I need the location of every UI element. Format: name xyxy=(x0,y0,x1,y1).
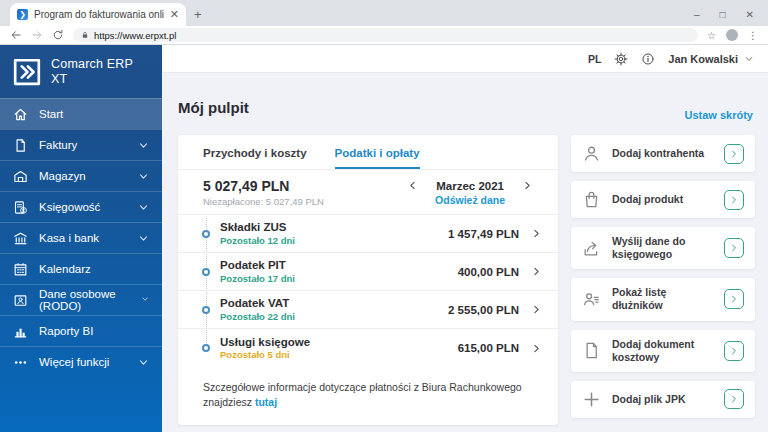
browser-avatar[interactable] xyxy=(726,29,738,41)
info-icon[interactable] xyxy=(641,52,655,66)
next-month-icon[interactable] xyxy=(522,180,533,191)
app-logo[interactable]: Comarch ERP XT xyxy=(0,45,162,98)
chevron-down-icon xyxy=(138,357,149,368)
action-go-button[interactable] xyxy=(724,190,744,210)
timeline-dot-icon xyxy=(202,230,210,238)
browser-tab[interactable]: ❯ Program do fakturowania online ✕ xyxy=(10,3,186,26)
payment-due: Pozostało 5 dni xyxy=(220,349,310,361)
sidebar-item-ksiegowosc[interactable]: Księgowość xyxy=(0,191,162,222)
payment-row-podatek-pit[interactable]: Podatek PITPozostało 17 dni400,00 PLN xyxy=(178,253,558,291)
details-link[interactable]: tutaj xyxy=(255,396,277,408)
payment-row-skladki-zus[interactable]: Składki ZUSPozostało 12 dni1 457,49 PLN xyxy=(178,215,558,253)
window-controls: – □ ✕ xyxy=(694,9,768,26)
accounting-icon xyxy=(13,200,28,215)
browser-menu-icon[interactable]: ⋮ xyxy=(748,30,758,41)
payment-due: Pozostało 17 dni xyxy=(220,273,295,285)
reload-icon[interactable] xyxy=(52,29,64,41)
new-tab-button[interactable]: + xyxy=(194,7,202,22)
gear-icon[interactable] xyxy=(614,52,628,66)
chevron-down-icon xyxy=(744,54,754,64)
minimize-button[interactable]: – xyxy=(694,9,700,20)
payment-row-uslugi-ksiegowe[interactable]: Usługi księgowePozostało 5 dni615,00 PLN xyxy=(178,329,558,367)
timeline-dot-icon xyxy=(202,344,210,352)
chevron-down-icon xyxy=(138,233,149,244)
language-selector[interactable]: PL xyxy=(588,53,601,65)
chevron-right-icon xyxy=(531,304,542,315)
payment-row-podatek-vat[interactable]: Podatek VATPozostało 22 dni2 555,00 PLN xyxy=(178,291,558,329)
payment-title: Podatek VAT xyxy=(220,296,295,310)
sidebar-item-label: Faktury xyxy=(39,139,77,151)
sidebar-item-label: Magazyn xyxy=(39,170,86,182)
timeline-dot-icon xyxy=(202,306,210,314)
sidebar-item-start[interactable]: Start xyxy=(0,98,162,129)
sidebar-item-wiecej-funkcji[interactable]: Więcej funkcji xyxy=(0,346,162,377)
sidebar-item-label: Start xyxy=(39,108,63,120)
action-wyslij-dane-do-ksiegowego[interactable]: Wyślij dane do księgowego xyxy=(571,227,755,269)
sidebar-item-raporty-bi[interactable]: Raporty BI xyxy=(0,315,162,346)
action-label: Wyślij dane do księgowego xyxy=(612,235,713,261)
sidebar-item-kalendarz[interactable]: Kalendarz xyxy=(0,253,162,284)
action-label: Dodaj produkt xyxy=(612,193,713,206)
sidebar-item-label: Kalendarz xyxy=(39,263,91,275)
dashboard-content: Mój pulpit Ustaw skróty Przychody i kosz… xyxy=(162,73,768,432)
person-card-icon xyxy=(13,293,28,308)
sidebar-item-dane-osobowe-rodo[interactable]: Dane osobowe (RODO) xyxy=(0,284,162,315)
action-dodaj-produkt[interactable]: Dodaj produkt xyxy=(571,181,755,218)
sidebar-item-faktury[interactable]: Faktury xyxy=(0,129,162,160)
action-label: Dodaj dokument kosztowy xyxy=(612,338,713,364)
sidebar-menu: StartFakturyMagazynKsięgowośćKasa i bank… xyxy=(0,98,162,377)
total-amount: 5 027,49 PLN xyxy=(203,178,324,194)
browser-tab-strip: ❯ Program do fakturowania online ✕ + – □… xyxy=(0,0,768,26)
back-icon[interactable] xyxy=(10,29,22,41)
app-frame: Comarch ERP XT StartFakturyMagazynKsięgo… xyxy=(0,45,768,432)
quick-actions-panel: Dodaj kontrahentaDodaj produktWyślij dan… xyxy=(571,135,755,425)
close-button[interactable]: ✕ xyxy=(746,9,754,20)
payment-due: Pozostało 22 dni xyxy=(220,311,295,323)
maximize-button[interactable]: □ xyxy=(720,9,726,20)
sidebar: Comarch ERP XT StartFakturyMagazynKsięgo… xyxy=(0,45,162,432)
sidebar-item-label: Dane osobowe (RODO) xyxy=(39,288,130,312)
action-dodaj-dokument-kosztowy[interactable]: Dodaj dokument kosztowy xyxy=(571,330,755,372)
app-logo-text: Comarch ERP XT xyxy=(51,57,133,87)
tab-close-icon[interactable]: ✕ xyxy=(170,8,179,21)
payments-list: Składki ZUSPozostało 12 dni1 457,49 PLNP… xyxy=(178,215,558,367)
action-pokaz-liste-dluznikow[interactable]: Pokaż listę dłużników xyxy=(571,278,755,320)
payment-amount: 2 555,00 PLN xyxy=(448,304,519,316)
address-bar[interactable]: https://www.erpxt.pl xyxy=(73,28,698,42)
action-go-button[interactable] xyxy=(724,144,744,164)
previous-month-icon[interactable] xyxy=(407,180,418,191)
bank-icon xyxy=(13,231,28,246)
home-icon xyxy=(13,107,28,122)
bar-chart-icon xyxy=(13,324,28,339)
forward-icon[interactable] xyxy=(31,29,43,41)
comarch-logo-icon xyxy=(13,58,41,86)
debtors-icon xyxy=(582,290,601,309)
action-dodaj-kontrahenta[interactable]: Dodaj kontrahenta xyxy=(571,135,755,172)
action-go-button[interactable] xyxy=(724,238,744,258)
action-dodaj-plik-jpk[interactable]: Dodaj plik JPK xyxy=(571,381,755,418)
summary-row: 5 027,49 PLN Niezapłacone: 5 027,49 PLN … xyxy=(178,170,558,215)
payment-amount: 615,00 PLN xyxy=(458,342,519,354)
set-shortcuts-link[interactable]: Ustaw skróty xyxy=(685,109,753,122)
action-go-button[interactable] xyxy=(724,341,744,361)
document-icon xyxy=(582,341,601,360)
action-label: Dodaj plik JPK xyxy=(612,393,713,406)
dashboard-tabs: Przychody i kosztyPodatki i opłaty xyxy=(178,135,558,170)
bookmark-star-icon[interactable]: ☆ xyxy=(707,30,716,41)
action-label: Dodaj kontrahenta xyxy=(612,147,713,160)
browser-chrome: ❯ Program do fakturowania online ✕ + – □… xyxy=(0,0,768,45)
tab-podatki-i-oplaty[interactable]: Podatki i opłaty xyxy=(335,135,420,169)
sidebar-item-magazyn[interactable]: Magazyn xyxy=(0,160,162,191)
calendar-icon xyxy=(13,262,28,277)
refresh-data-link[interactable]: Odśwież dane xyxy=(407,194,533,206)
tab-title: Program do fakturowania online xyxy=(34,9,164,20)
chevron-down-icon xyxy=(138,171,149,182)
sidebar-item-kasa-i-bank[interactable]: Kasa i bank xyxy=(0,222,162,253)
main-area: PL Jan Kowalski Mój pulpit Ustaw skróty … xyxy=(162,45,768,432)
user-menu[interactable]: Jan Kowalski xyxy=(668,53,754,65)
tab-przychody-i-koszty[interactable]: Przychody i koszty xyxy=(203,135,307,169)
period-selector: Marzec 2021 Odśwież dane xyxy=(407,180,533,206)
bag-icon xyxy=(582,190,601,209)
action-go-button[interactable] xyxy=(724,389,744,409)
action-go-button[interactable] xyxy=(724,289,744,309)
